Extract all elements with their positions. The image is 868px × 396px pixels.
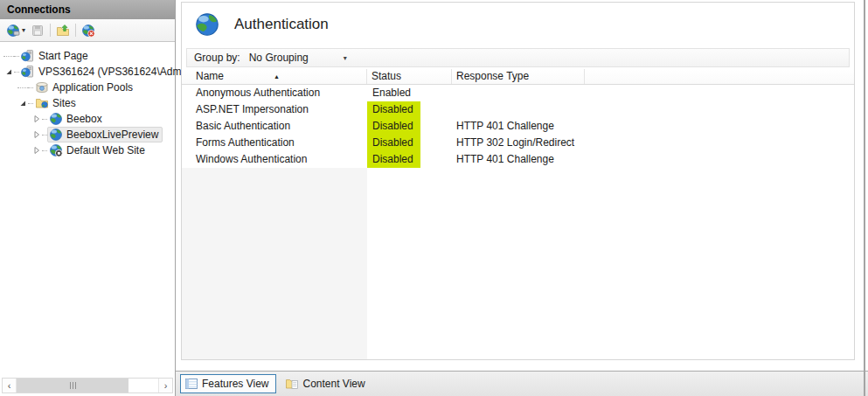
table-row-forms-authentication[interactable]: Forms AuthenticationDisabledHTTP 302 Log…	[182, 135, 854, 151]
table-row-basic-authentication[interactable]: Basic AuthenticationDisabledHTTP 401 Cha…	[182, 118, 854, 135]
group-by-label: Group by:	[194, 52, 240, 64]
collapse-icon[interactable]	[17, 98, 28, 108]
expand-icon[interactable]	[31, 145, 42, 156]
tree-connector	[3, 56, 14, 57]
tree-item-beebox[interactable]: Beebox	[0, 111, 175, 127]
tree-item-label: Sites	[52, 97, 76, 109]
cell-name: Forms Authentication	[182, 135, 367, 151]
list-header: Name ▲ Status Response Type	[182, 69, 854, 85]
cell-response-type	[452, 85, 585, 101]
table-row-windows-authentication[interactable]: Windows AuthenticationDisabledHTTP 401 C…	[182, 151, 854, 168]
connections-panel-title: Connections	[0, 0, 175, 19]
scrollbar-thumb[interactable]	[17, 379, 128, 393]
globe-connect-icon	[6, 24, 20, 38]
cell-status: Disabled	[367, 118, 452, 135]
group-by-bar: Group by: No Grouping ▾	[186, 48, 850, 67]
column-label: Name	[196, 70, 224, 82]
cell-response-type: HTTP 302 Login/Redirect	[452, 135, 585, 151]
floppy-icon	[31, 24, 45, 38]
cell-name: Basic Authentication	[182, 118, 367, 135]
create-connection-button[interactable]: ▾	[3, 22, 28, 39]
tab-content-view[interactable]: Content View	[281, 374, 372, 393]
globe-delete-icon	[81, 24, 95, 38]
tree-item-sites[interactable]: Sites	[0, 95, 175, 111]
column-label: Status	[372, 70, 401, 82]
status-badge: Disabled	[367, 101, 420, 118]
tree-item-default-web-site[interactable]: Default Web Site	[0, 142, 175, 158]
sites-folder-icon	[35, 96, 49, 110]
remove-connection-button[interactable]	[79, 22, 98, 39]
chevron-down-icon: ▾	[22, 26, 25, 34]
connections-toolbar: ▾	[0, 19, 175, 42]
sort-ascending-icon: ▲	[274, 69, 280, 84]
tree-item-label: Beebox	[66, 113, 102, 125]
cell-status: Disabled	[367, 135, 452, 151]
server-globe-icon	[21, 49, 35, 63]
tab-label: Features View	[202, 378, 268, 390]
collapse-icon[interactable]	[3, 66, 14, 77]
tree-item-label: Default Web Site	[66, 144, 145, 156]
group-by-value: No Grouping	[249, 52, 309, 64]
cell-response-type: HTTP 401 Challenge	[452, 118, 585, 135]
scroll-left-button[interactable]: ‹	[3, 379, 17, 393]
status-badge: Disabled	[367, 118, 420, 135]
authentication-list: Anonymous AuthenticationEnabledASP.NET I…	[182, 85, 854, 168]
content-view-icon	[285, 377, 299, 391]
tree-item-label: Start Page	[38, 50, 88, 62]
column-label: Response Type	[456, 70, 529, 82]
cell-response-type: HTTP 401 Challenge	[452, 151, 585, 168]
group-by-dropdown[interactable]: No Grouping ▾	[240, 52, 347, 64]
horizontal-scrollbar[interactable]: ‹ ›	[2, 378, 173, 393]
column-header-name[interactable]: Name ▲	[182, 69, 367, 84]
expand-icon[interactable]	[31, 114, 42, 124]
tree-item-label: BeeboxLivePreview	[66, 129, 158, 141]
cell-name: Windows Authentication	[182, 151, 367, 168]
status-badge: Disabled	[367, 151, 420, 168]
tab-features-view[interactable]: Features View	[180, 374, 276, 393]
cell-name: ASP.NET Impersonation	[182, 101, 367, 118]
scrollbar-grip	[75, 382, 76, 389]
toolbar-separator	[50, 24, 51, 37]
column-header-filler	[585, 69, 854, 84]
globe-icon	[49, 128, 63, 142]
status-badge: Disabled	[367, 135, 420, 151]
tree-item-vps361624-vps361624-admin[interactable]: VPS361624 (VPS361624\Admin	[0, 64, 175, 80]
table-row-asp-net-impersonation[interactable]: ASP.NET ImpersonationDisabled	[182, 101, 854, 118]
cell-status: Disabled	[367, 101, 452, 118]
name-column-shade	[182, 168, 367, 359]
page-title: Authentication	[234, 16, 329, 33]
authentication-icon	[194, 11, 220, 38]
list-empty-area	[182, 168, 854, 359]
cell-name: Anonymous Authentication	[182, 85, 367, 101]
globe-stopped-icon	[49, 143, 63, 157]
connections-panel: Connections ▾ Start PageVPS361624 (VPS36…	[0, 0, 176, 396]
status-badge: Enabled	[367, 85, 420, 101]
feature-title-bar: Authentication	[182, 3, 854, 46]
chevron-down-icon: ▾	[344, 54, 347, 62]
cell-status: Disabled	[367, 151, 452, 168]
save-connections-button[interactable]	[28, 22, 47, 39]
table-row-anonymous-authentication[interactable]: Anonymous AuthenticationEnabled	[182, 85, 854, 101]
cell-status: Enabled	[367, 85, 452, 101]
scrollbar-grip	[70, 382, 71, 389]
view-tabs-bar: Features View Content View	[176, 371, 868, 396]
tree-item-application-pools[interactable]: Application Pools	[0, 80, 175, 95]
connections-tree: Start PageVPS361624 (VPS361624\AdminAppl…	[0, 42, 175, 158]
app-pools-icon	[35, 80, 49, 94]
server-globe-icon	[21, 65, 35, 79]
features-view-icon	[184, 377, 198, 391]
scrollbar-grip	[73, 382, 73, 389]
cell-response-type	[452, 101, 585, 118]
toolbar-separator	[75, 24, 76, 37]
scroll-right-button[interactable]: ›	[158, 379, 172, 393]
tree-item-start-page[interactable]: Start Page	[0, 48, 175, 64]
globe-icon	[49, 112, 63, 126]
column-header-response-type[interactable]: Response Type	[452, 69, 585, 84]
tree-connector	[17, 87, 28, 88]
feature-page: Authentication Group by: No Grouping ▾ N…	[181, 2, 855, 360]
column-header-status[interactable]: Status	[367, 69, 452, 84]
tree-item-beeboxlivepreview[interactable]: BeeboxLivePreview	[0, 127, 175, 142]
expand-icon[interactable]	[31, 129, 42, 140]
browse-up-button[interactable]	[53, 22, 73, 39]
tree-item-label: Application Pools	[52, 81, 133, 94]
